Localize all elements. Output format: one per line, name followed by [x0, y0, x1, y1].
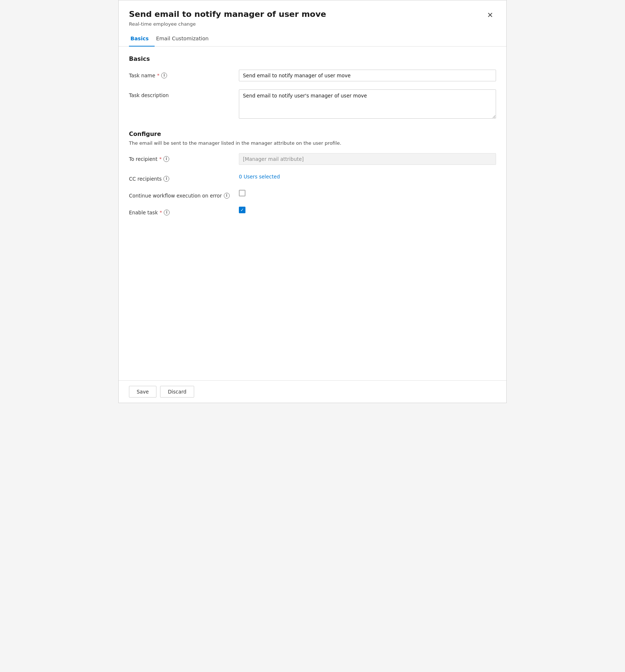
- enable-task-checkbox-wrapper: ✓: [239, 207, 496, 213]
- continue-workflow-info-icon[interactable]: i: [224, 193, 230, 199]
- cc-recipients-link[interactable]: 0 Users selected: [239, 174, 280, 180]
- task-description-input[interactable]: Send email to notify user's manager of u…: [239, 89, 496, 119]
- title-row: Send email to notify manager of user mov…: [129, 9, 496, 27]
- task-description-label: Task description: [129, 89, 239, 98]
- modal-subtitle: Real-time employee change: [129, 21, 326, 27]
- tab-email-customization[interactable]: Email Customization: [155, 33, 215, 47]
- required-star-enable-task: *: [160, 210, 162, 215]
- save-button[interactable]: Save: [129, 386, 156, 398]
- configure-section: Configure The email will be sent to the …: [129, 130, 496, 215]
- configure-description: The email will be sent to the manager li…: [129, 140, 496, 146]
- to-recipient-row: To recipient * i [Manager mail attribute…: [129, 153, 496, 165]
- continue-workflow-checkbox-wrapper: [239, 190, 496, 196]
- cc-recipients-value-wrapper: 0 Users selected: [239, 173, 496, 180]
- to-recipient-input-wrapper: [Manager mail attribute]: [239, 153, 496, 165]
- close-icon: ✕: [487, 11, 493, 19]
- modal-body: Basics Task name * i Task description S: [119, 47, 506, 380]
- continue-workflow-checkbox[interactable]: [239, 190, 245, 196]
- cc-recipients-row: CC recipients i 0 Users selected: [129, 173, 496, 182]
- task-description-row: Task description Send email to notify us…: [129, 89, 496, 120]
- task-name-info-icon[interactable]: i: [161, 73, 167, 78]
- modal-header: Send email to notify manager of user mov…: [119, 0, 506, 27]
- required-star-to-recipient: *: [159, 156, 162, 162]
- task-name-row: Task name * i: [129, 70, 496, 81]
- enable-task-info-icon[interactable]: i: [164, 210, 170, 215]
- cc-recipients-label: CC recipients i: [129, 173, 239, 182]
- title-block: Send email to notify manager of user mov…: [129, 9, 326, 27]
- task-name-label: Task name * i: [129, 70, 239, 78]
- modal-footer: Save Discard: [119, 380, 506, 403]
- required-star-task-name: *: [157, 73, 160, 78]
- tab-basics[interactable]: Basics: [129, 33, 155, 47]
- tabs-container: Basics Email Customization: [119, 27, 506, 47]
- continue-workflow-checkbox-container: [239, 190, 496, 196]
- continue-workflow-row: Continue workflow execution on error i: [129, 190, 496, 199]
- enable-task-label: Enable task * i: [129, 207, 239, 215]
- enable-task-checkbox-container: ✓: [239, 207, 496, 213]
- close-button[interactable]: ✕: [484, 9, 496, 21]
- configure-title: Configure: [129, 130, 496, 137]
- modal-dialog: Send email to notify manager of user mov…: [118, 0, 507, 403]
- basics-section: Basics Task name * i Task description S: [129, 55, 496, 120]
- checkmark-icon: ✓: [240, 208, 244, 212]
- task-name-input-wrapper: [239, 70, 496, 81]
- enable-task-row: Enable task * i ✓: [129, 207, 496, 215]
- enable-task-checkbox[interactable]: ✓: [239, 207, 245, 213]
- to-recipient-value: [Manager mail attribute]: [239, 153, 496, 165]
- discard-button[interactable]: Discard: [160, 386, 194, 398]
- basics-section-title: Basics: [129, 55, 496, 62]
- continue-workflow-label: Continue workflow execution on error i: [129, 190, 239, 199]
- to-recipient-info-icon[interactable]: i: [163, 156, 169, 162]
- modal-title: Send email to notify manager of user mov…: [129, 9, 326, 20]
- to-recipient-label: To recipient * i: [129, 153, 239, 162]
- task-description-input-wrapper: Send email to notify user's manager of u…: [239, 89, 496, 120]
- task-name-input[interactable]: [239, 70, 496, 81]
- cc-recipients-info-icon[interactable]: i: [163, 176, 169, 182]
